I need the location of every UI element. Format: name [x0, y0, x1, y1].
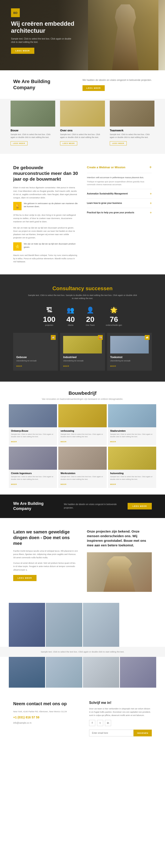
bouw-card-text-0: Sample text. Click to select the text bo… [11, 433, 55, 438]
cta-description: We hadden de ideeën en visies omgezet in… [64, 503, 121, 510]
social-instagram[interactable]: in [105, 720, 111, 726]
accordion-item-1[interactable]: Automatize Sustainability Management + [87, 189, 152, 198]
bouw-card-3: Civiele Ingenieurs Sample text. Click to… [9, 446, 57, 488]
bouw-card-0: Ontwerp-Bouw Sample text. Click to selec… [9, 404, 57, 445]
bouw-card-cta-3[interactable]: MEER [11, 483, 17, 485]
stat-label-3: onderscheidin-gen [106, 324, 122, 326]
laten-right-title: Onze projecten zijn bekend. Onze mensen … [87, 529, 152, 548]
hero: BD Wij creëren embedded architectuur Sam… [0, 0, 165, 70]
cta-strip: We Are Building Company We hadden de ide… [0, 495, 165, 518]
bouw-card-cta-1[interactable]: MEER [60, 441, 66, 443]
hero-cta[interactable]: LEES MEER [11, 48, 34, 54]
laten-title: Laten we samen geweldige dingen doen - D… [13, 529, 78, 546]
svc-subtitle-2: Uitzondering tot oorzaak [110, 360, 149, 362]
cards-section: Bouw Sample text. Click to select the te… [0, 99, 165, 154]
photo2-cell-2 [83, 657, 119, 688]
accordion-plus-3: + [150, 211, 152, 215]
badge1-icon: 🏆 [13, 202, 22, 210]
bouw-card-cta-2[interactable]: MEER [110, 441, 116, 443]
hero-content: BD Wij creëren embedded architectuur Sam… [11, 8, 90, 54]
svc-img-1 [63, 336, 102, 353]
svc-icon-1: 🏭 [98, 335, 103, 340]
svc-subtitle-1: Uitzondering tot oorzaak [63, 360, 102, 362]
bouw-card-title-2: Stadsruimten [110, 430, 154, 432]
service-card-0: 🏠 Gebouw Uitzondering tot oorzaak MEER [13, 333, 58, 371]
laten-cta[interactable]: LEES MEER [13, 575, 36, 581]
stat-number-0: 100 [43, 315, 55, 323]
svc-subtitle-0: Uitzondering tot oorzaak [16, 360, 55, 362]
building-cta[interactable]: LEES MEER [82, 85, 105, 91]
stats-title: Consultancy successen [13, 285, 152, 291]
email-input[interactable] [89, 730, 134, 736]
stat-icon-1: 👥 [66, 307, 75, 314]
stats-row: 🏗 100 projecten 👥 40 clients 👤 20 Ons Te… [13, 307, 152, 326]
contact-right-title: Schrijf me in! [89, 701, 152, 705]
bouw-card-cta-5[interactable]: MEER [110, 483, 116, 485]
photo-grid-section [0, 603, 165, 647]
photo-grid2-section [0, 657, 165, 692]
accordion-title-3: Practical tips to help you grow your pro… [87, 211, 134, 214]
contact-title: Neem contact met ons op [13, 701, 76, 707]
stats-section: Consultancy successen Sample text. Click… [0, 274, 165, 382]
accordion-item-2[interactable]: Learn how to grow your business + [87, 198, 152, 208]
stat-number-2: 20 [86, 315, 95, 323]
svc-cta-1[interactable]: MEER [63, 365, 69, 367]
gebouwde-badge1-desc: Mauris nunc sed blandit libero volutpat.… [13, 254, 78, 263]
bouwbedrijf-title: Bouwbedrijf [9, 391, 156, 396]
svc-title-1: Industrieel [63, 356, 102, 359]
gebouwde-para3: We zijn ze trate op dat we op tijd een d… [13, 226, 78, 240]
photo-cell-3 [120, 603, 156, 647]
cta-title: We Are Building Company [13, 501, 57, 512]
social-twitter[interactable]: t [97, 720, 103, 726]
bouwbedrijf-subtitle: Van renovaties en badzonderaanbiedingen … [9, 398, 156, 400]
svc-img-2 [110, 336, 149, 353]
cta-middle: We hadden de ideeën en visies omgezet in… [64, 503, 121, 510]
stat-2: 👤 20 Ons Team [86, 307, 95, 326]
card-over-text: Sample text. Click to select the text bo… [60, 133, 105, 139]
bouw-card-text-5: Sample text. Click to select the text bo… [110, 475, 154, 480]
bouw-card-cta-4[interactable]: MEER [60, 483, 66, 485]
stat-3: 🌟 76 onderscheidin-gen [106, 307, 122, 326]
bouw-card-title-0: Ontwerp-Bouw [11, 430, 55, 432]
stat-0: 🏗 100 projecten [43, 307, 55, 326]
photo2-cell-1 [46, 657, 82, 688]
gebouwde-para1: Etiam in erat nec lectus dignissim conse… [13, 186, 78, 199]
contact-left: Neem contact met ons op New York, 4140 P… [13, 701, 76, 737]
bouw-card-title-4: Werkruimten [60, 472, 104, 474]
card-team-text: Sample text. Click to select the text bo… [110, 133, 155, 139]
gebouwde-right: Create a Webinar or Mission + Interdum v… [87, 165, 152, 264]
accordion-text-0: Interdum velit accumsan in pellentesque … [87, 176, 144, 179]
card-over-cta[interactable]: LEES MEER [60, 141, 77, 146]
submit-button[interactable]: INDIENEN [134, 730, 152, 736]
stat-1: 👥 40 clients [66, 307, 75, 326]
gebouwde-section: De gebouwde muurconstructie meer dan 30 … [0, 154, 165, 274]
card-team-img [110, 101, 155, 127]
stat-label-0: projecten [43, 324, 55, 326]
bouw-card-text-3: Sample text. Click to select the text bo… [11, 475, 55, 480]
badge2-icon: ⭐ [13, 242, 22, 251]
bouw-card-cta-0[interactable]: MEER [11, 441, 17, 443]
plus-icon[interactable]: + [149, 165, 152, 170]
svc-cta-0[interactable]: MEER [16, 365, 22, 367]
contact-phone-row: +1 (031) 816 57 59 [13, 715, 76, 719]
badge1-text: We geloven in vertrouwen op de platsen v… [24, 202, 78, 208]
stat-label-2: Ons Team [86, 324, 95, 326]
svc-cta-2[interactable]: MEER [110, 365, 116, 367]
social-facebook[interactable]: f [89, 720, 95, 726]
hero-subtitle: Sample text. Click to select the text bo… [11, 37, 73, 44]
svc-title-2: Toekomst [110, 356, 149, 359]
gebouwde-para2: Of the bu is door vertje te zijn, door b… [13, 213, 78, 223]
card-bouw-img [10, 101, 55, 127]
card-over: Over ons Sample text. Click to select th… [58, 99, 107, 147]
photo-caption: Sample text. Click to select the text bo… [13, 650, 152, 653]
cta-button[interactable]: LEES MEER [128, 503, 152, 509]
svc-icon-0: 🏠 [51, 335, 56, 340]
contact-section: Neem contact met ons op New York, 4140 P… [0, 692, 165, 745]
service-card-2: 🏙 Toekomst Uitzondering tot oorzaak MEER [107, 333, 152, 371]
stat-icon-0: 🏗 [43, 307, 55, 314]
accordion-item-3[interactable]: Practical tips to help you grow your pro… [87, 208, 152, 217]
stat-icon-2: 👤 [86, 307, 95, 314]
building-right: We hadden de ideeën en visies omgezet in… [82, 78, 152, 91]
card-team-cta[interactable]: LEES MEER [110, 141, 127, 146]
card-bouw-cta[interactable]: LEES MEER [10, 141, 28, 146]
